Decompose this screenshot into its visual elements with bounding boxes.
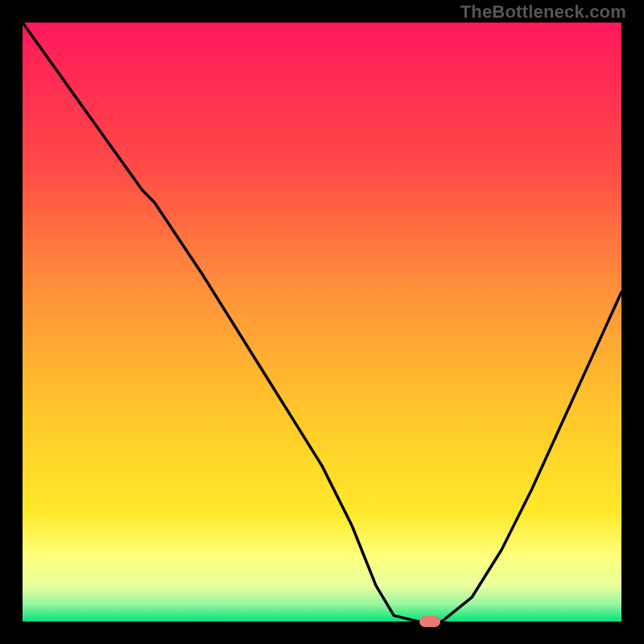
attribution-text: TheBottleneck.com — [460, 2, 626, 23]
chart-frame: TheBottleneck.com — [0, 0, 644, 644]
optimal-marker — [419, 616, 440, 627]
bottleneck-curve — [23, 23, 621, 621]
plot-area — [23, 23, 621, 621]
